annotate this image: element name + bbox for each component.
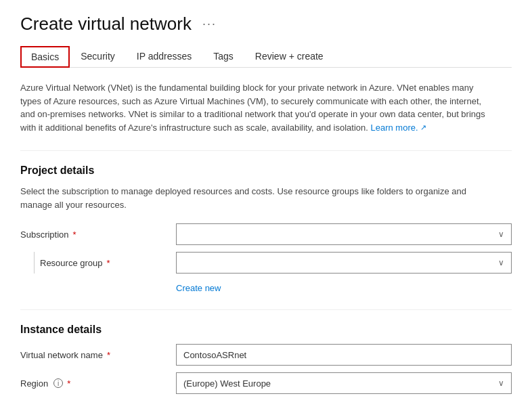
ellipsis-button[interactable]: ··· (198, 16, 221, 32)
subscription-required: * (73, 230, 76, 240)
region-info-icon: i (53, 378, 63, 388)
instance-details-section: Instance details Virtual network name * … (20, 324, 512, 394)
page-title: Create virtual network (20, 14, 192, 35)
subscription-chevron-icon: ∨ (498, 230, 504, 239)
vnet-name-label: Virtual network name * (20, 350, 176, 360)
tab-bar: Basics Security IP addresses Tags Review… (20, 45, 512, 68)
vnet-name-required: * (107, 350, 110, 360)
tab-tags[interactable]: Tags (202, 45, 244, 67)
resource-group-row: Resource group * ∨ (20, 252, 512, 274)
tab-review-create[interactable]: Review + create (244, 45, 334, 67)
region-dropdown[interactable]: (Europe) West Europe ∨ (176, 372, 512, 394)
project-details-section: Project details Select the subscription … (20, 165, 512, 296)
resource-group-chevron-icon: ∨ (498, 258, 504, 267)
tab-basics[interactable]: Basics (20, 46, 70, 68)
region-row: Region i * (Europe) West Europe ∨ (20, 372, 512, 394)
subscription-row: Subscription * ∨ (20, 223, 512, 245)
tab-ip-addresses[interactable]: IP addresses (126, 45, 202, 67)
region-chevron-icon: ∨ (498, 378, 504, 388)
learn-more-link[interactable]: Learn more. ↗ (370, 121, 426, 135)
region-required: * (67, 378, 70, 389)
resource-group-label: Resource group * (40, 258, 110, 268)
region-value: (Europe) West Europe (183, 378, 271, 389)
resource-group-dropdown[interactable]: ∨ (176, 252, 512, 274)
divider-2 (20, 309, 512, 310)
vnet-description: Azure Virtual Network (VNet) is the fund… (20, 81, 494, 134)
project-details-title: Project details (20, 165, 512, 177)
resource-group-required: * (107, 258, 110, 268)
subscription-dropdown[interactable]: ∨ (176, 223, 512, 245)
vnet-name-input[interactable] (176, 344, 512, 366)
region-label: Region i * (20, 378, 176, 389)
vnet-name-row: Virtual network name * (20, 344, 512, 366)
subscription-label: Subscription * (20, 230, 176, 240)
external-link-icon: ↗ (420, 122, 426, 133)
create-new-link[interactable]: Create new (176, 283, 221, 293)
project-details-desc: Select the subscription to manage deploy… (20, 185, 494, 211)
tab-security[interactable]: Security (70, 45, 126, 67)
instance-details-title: Instance details (20, 324, 512, 336)
divider-1 (20, 150, 512, 151)
